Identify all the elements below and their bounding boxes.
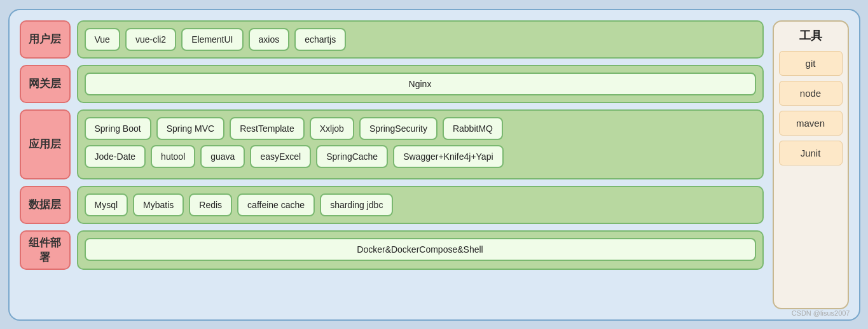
content-deploy-layer: Docker&DockerCompose&Shell bbox=[77, 230, 764, 270]
tool-item-3: Junit bbox=[779, 141, 843, 165]
label-user-layer: 用户层 bbox=[20, 20, 71, 59]
row-deploy-layer: 组件部署Docker&DockerCompose&Shell bbox=[20, 230, 764, 270]
item-user-layer-0-0: Vue bbox=[85, 28, 120, 51]
item-app-layer-0-1: Spring MVC bbox=[156, 117, 224, 140]
row-app-layer: 应用层Spring BootSpring MVCRestTemplateXxlj… bbox=[20, 109, 764, 179]
item-gateway-layer-0-0: Nginx bbox=[85, 73, 756, 95]
content-data-layer: MysqlMybatisRediscaffeine cachesharding … bbox=[77, 186, 764, 224]
item-user-layer-0-4: echartjs bbox=[294, 28, 346, 51]
item-app-layer-0-4: SpringSecurity bbox=[359, 117, 437, 140]
label-deploy-layer: 组件部署 bbox=[20, 230, 71, 270]
label-gateway-layer: 网关层 bbox=[20, 65, 71, 103]
items-row-user-layer-0: Vuevue-cli2ElementUIaxiosechartjs bbox=[85, 28, 756, 51]
main-container: 用户层Vuevue-cli2ElementUIaxiosechartjs网关层N… bbox=[8, 9, 860, 321]
item-app-layer-0-0: Spring Boot bbox=[85, 117, 151, 140]
watermark: CSDN @lisus2007 bbox=[792, 309, 850, 317]
item-app-layer-1-5: Swagger+Knife4j+Yapi bbox=[393, 145, 503, 168]
layers-area: 用户层Vuevue-cli2ElementUIaxiosechartjs网关层N… bbox=[20, 20, 764, 309]
item-app-layer-1-4: SpringCache bbox=[316, 145, 388, 168]
item-app-layer-0-3: Xxljob bbox=[310, 117, 354, 140]
row-user-layer: 用户层Vuevue-cli2ElementUIaxiosechartjs bbox=[20, 20, 764, 59]
items-row-deploy-layer-0: Docker&DockerCompose&Shell bbox=[85, 238, 756, 261]
items-row-gateway-layer-0: Nginx bbox=[85, 73, 756, 95]
tool-item-1: node bbox=[779, 81, 843, 106]
label-app-layer: 应用层 bbox=[20, 109, 71, 179]
items-row-app-layer-1: Jode-DatehutoolguavaeasyExcelSpringCache… bbox=[85, 145, 756, 168]
item-app-layer-0-5: RabbitMQ bbox=[443, 117, 503, 140]
item-app-layer-1-0: Jode-Date bbox=[85, 145, 146, 168]
item-deploy-layer-0-0: Docker&DockerCompose&Shell bbox=[85, 238, 756, 261]
item-data-layer-0-1: Mybatis bbox=[133, 193, 184, 216]
row-gateway-layer: 网关层Nginx bbox=[20, 65, 764, 103]
content-gateway-layer: Nginx bbox=[77, 65, 764, 103]
content-app-layer: Spring BootSpring MVCRestTemplateXxljobS… bbox=[77, 109, 764, 179]
item-user-layer-0-1: vue-cli2 bbox=[125, 28, 176, 51]
item-data-layer-0-0: Mysql bbox=[85, 193, 128, 216]
item-app-layer-1-2: guava bbox=[200, 145, 245, 168]
tools-title: 工具 bbox=[799, 28, 822, 43]
item-app-layer-1-1: hutool bbox=[151, 145, 195, 168]
item-data-layer-0-2: Redis bbox=[189, 193, 232, 216]
item-user-layer-0-3: axios bbox=[249, 28, 290, 51]
item-app-layer-0-2: RestTemplate bbox=[230, 117, 305, 140]
item-data-layer-0-3: caffeine cache bbox=[237, 193, 315, 216]
item-app-layer-1-3: easyExcel bbox=[250, 145, 311, 168]
row-data-layer: 数据层MysqlMybatisRediscaffeine cacheshardi… bbox=[20, 186, 764, 224]
tool-item-2: maven bbox=[779, 111, 843, 136]
item-data-layer-0-4: sharding jdbc bbox=[320, 193, 393, 216]
label-data-layer: 数据层 bbox=[20, 186, 71, 224]
tool-item-0: git bbox=[779, 51, 843, 76]
item-user-layer-0-2: ElementUI bbox=[181, 28, 243, 51]
tools-panel: 工具 gitnodemavenJunit bbox=[773, 20, 849, 309]
items-row-app-layer-0: Spring BootSpring MVCRestTemplateXxljobS… bbox=[85, 117, 756, 140]
items-row-data-layer-0: MysqlMybatisRediscaffeine cachesharding … bbox=[85, 193, 756, 216]
content-user-layer: Vuevue-cli2ElementUIaxiosechartjs bbox=[77, 20, 764, 59]
